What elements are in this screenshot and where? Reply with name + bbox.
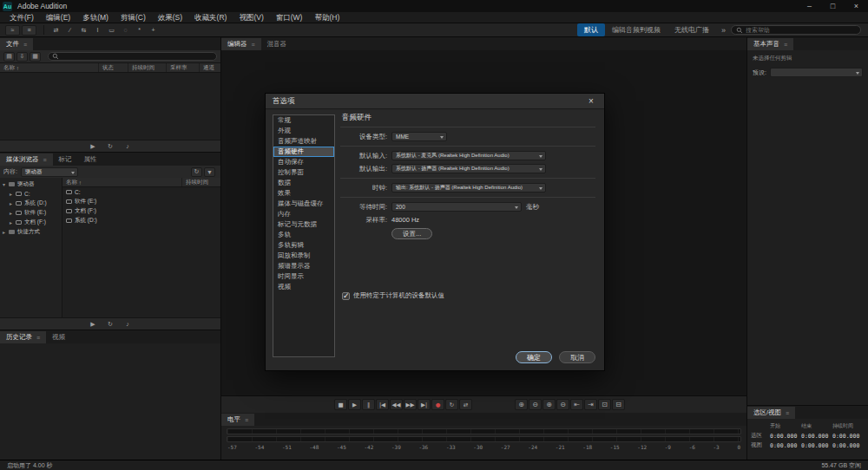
preferences-category[interactable]: 常规 — [273, 115, 334, 126]
tab-essential-sound[interactable]: 基本声音 ≡ — [747, 38, 793, 50]
menu-item[interactable]: 编辑(E) — [40, 12, 76, 23]
razor-tool-button[interactable]: ∕ — [63, 25, 76, 36]
column-header-status[interactable]: 状态 — [99, 63, 128, 72]
preferences-category[interactable]: 标记与元数据 — [273, 219, 334, 230]
open-file-button[interactable]: ▤ — [3, 52, 15, 62]
panel-menu-icon[interactable]: ≡ — [23, 42, 27, 48]
filter-button[interactable]: ▼ — [204, 167, 215, 177]
tree-item-drives[interactable]: ▾ 驱动器 — [0, 180, 62, 189]
menu-item[interactable]: 视图(V) — [233, 12, 269, 23]
record-button[interactable]: ● — [431, 399, 444, 410]
dialog-title-bar[interactable]: 首选项 × — [266, 94, 604, 109]
loop-preview-button[interactable]: ↻ — [103, 319, 117, 329]
default-input-dropdown[interactable]: 系统默认 - 麦克风 (Realtek High Definition Audi… — [391, 151, 546, 160]
zoom-in-amplitude-button[interactable]: ⊕ — [542, 399, 556, 410]
tree-item-shortcuts[interactable]: ▸ 快捷方式 — [0, 227, 62, 237]
panel-menu-icon[interactable]: ≡ — [252, 42, 255, 48]
stop-button[interactable]: ■ — [334, 399, 347, 410]
time-value[interactable]: 0:00.000 — [832, 433, 864, 440]
preferences-category[interactable]: 视频 — [273, 282, 334, 292]
lasso-selection-tool-button[interactable]: ◌ — [119, 25, 132, 36]
auto-play-toggle[interactable]: ♪ — [121, 141, 135, 151]
preferences-category[interactable]: 内存 — [273, 209, 334, 219]
column-header-channels[interactable]: 通道 — [200, 63, 220, 72]
tab-properties[interactable]: 属性 — [78, 153, 103, 166]
marquee-selection-tool-button[interactable]: ▭ — [105, 25, 118, 36]
workspace-tab[interactable]: 编辑音频到视频 — [605, 23, 667, 36]
zoom-to-selection-button[interactable]: ⊡ — [598, 399, 611, 410]
preferences-category[interactable]: 音频声道映射 — [273, 136, 334, 147]
column-header-name[interactable]: 名称 ↑ — [62, 178, 182, 186]
preferences-category[interactable]: 多轨 — [273, 230, 334, 240]
show-waveform-editor-button[interactable]: ≈ — [5, 25, 20, 36]
preferences-category[interactable]: 数据 — [273, 178, 334, 188]
tab-editor[interactable]: 编辑器 ≡ — [221, 38, 261, 50]
panel-menu-icon[interactable]: ≡ — [245, 417, 248, 423]
refresh-button[interactable]: ↻ — [191, 167, 202, 177]
tab-selection-view[interactable]: 选区/视图 ≡ — [747, 407, 795, 419]
preferences-category[interactable]: 效果 — [273, 188, 334, 199]
preferences-category[interactable]: 音频硬件 — [273, 147, 334, 157]
panel-menu-icon[interactable]: ≡ — [784, 42, 787, 48]
preferences-category[interactable]: 回放和录制 — [273, 251, 334, 261]
close-button[interactable]: × — [845, 0, 868, 12]
disclosure-open-icon[interactable]: ▾ — [3, 181, 9, 187]
disclosure-closed-icon[interactable]: ▸ — [3, 229, 9, 235]
minimize-button[interactable]: – — [798, 0, 821, 12]
media-browser-list-item[interactable]: 文档 (F:) — [62, 206, 220, 216]
play-preview-button[interactable]: ▶ — [86, 319, 100, 329]
pause-button[interactable]: ‖ — [362, 399, 375, 410]
tab-markers[interactable]: 标记 — [53, 153, 78, 166]
zoom-out-amplitude-button[interactable]: ⊖ — [556, 399, 569, 410]
time-value[interactable]: 0:00.000 — [832, 442, 864, 449]
disclosure-closed-icon[interactable]: ▸ — [10, 219, 16, 225]
zoom-in-time-button[interactable]: ⊕ — [515, 399, 528, 410]
tab-mixer[interactable]: 混音器 — [261, 38, 293, 50]
latency-dropdown[interactable]: 200 — [391, 202, 522, 212]
zoom-to-out-point-button[interactable]: ⇥ — [584, 399, 597, 410]
content-dropdown[interactable]: 驱动器 — [21, 167, 78, 177]
preferences-category[interactable]: 多轨剪辑 — [273, 240, 334, 251]
media-browser-list-item[interactable]: C: — [62, 187, 220, 197]
spot-healing-brush-tool-button[interactable]: + — [147, 25, 160, 36]
time-value[interactable]: 0:00.000 — [801, 433, 832, 440]
panel-menu-icon[interactable]: ≡ — [36, 335, 40, 341]
menu-item[interactable]: 帮助(H) — [308, 12, 345, 23]
maximize-button[interactable]: □ — [821, 0, 845, 12]
zoom-out-full-button[interactable]: ⊟ — [612, 399, 625, 410]
tab-media-browser[interactable]: 媒体浏览器 ≡ — [0, 153, 53, 166]
fast-forward-button[interactable]: ▶▶ — [404, 399, 417, 410]
preferences-category[interactable]: 控制界面 — [273, 167, 334, 178]
media-browser-list-item[interactable]: 系统 (D:) — [62, 216, 220, 225]
import-file-button[interactable]: ⇩ — [16, 52, 28, 62]
files-search-input[interactable] — [62, 54, 213, 60]
auto-play-toggle[interactable]: ♪ — [121, 319, 135, 329]
loop-playback-button[interactable]: ↻ — [445, 399, 458, 410]
tree-item-drive[interactable]: ▸ C: — [0, 189, 62, 199]
rewind-button[interactable]: ◀◀ — [390, 399, 403, 410]
time-value[interactable]: 0:00.000 — [770, 442, 801, 449]
move-playhead-to-next-button[interactable]: ▶| — [418, 399, 431, 410]
workspace-tab[interactable]: 默认 — [577, 23, 605, 36]
tree-item-drive[interactable]: ▸ 文档 (F:) — [0, 218, 62, 227]
move-playhead-to-previous-button[interactable]: |◀ — [376, 399, 389, 410]
panel-menu-icon[interactable]: ≡ — [43, 157, 47, 163]
disclosure-closed-icon[interactable]: ▸ — [10, 200, 16, 206]
device-defaults-row[interactable]: 使用特定于计算机的设备默认值 — [342, 291, 595, 300]
zoom-out-time-button[interactable]: ⊖ — [529, 399, 542, 410]
default-output-dropdown[interactable]: 系统默认 - 扬声器 (Realtek High Definition Audi… — [391, 164, 546, 173]
loop-preview-button[interactable]: ↻ — [103, 141, 117, 151]
device-defaults-checkbox[interactable] — [342, 292, 350, 300]
help-search-input[interactable] — [746, 27, 856, 33]
skip-selection-button[interactable]: ⇄ — [459, 399, 472, 410]
cancel-button[interactable]: 取消 — [559, 351, 595, 363]
time-value[interactable]: 0:00.000 — [801, 442, 832, 449]
ok-button[interactable]: 确定 — [516, 351, 552, 363]
dialog-close-button[interactable]: × — [585, 96, 597, 106]
slip-tool-button[interactable]: ⇆ — [77, 25, 90, 36]
workspace-tab[interactable]: 无线电广播 — [667, 23, 716, 36]
preferences-category[interactable]: 自动保存 — [273, 157, 334, 167]
panel-menu-icon[interactable]: ≡ — [786, 410, 789, 416]
new-file-button[interactable]: ▦ — [30, 52, 41, 62]
disclosure-closed-icon[interactable]: ▸ — [10, 210, 16, 216]
